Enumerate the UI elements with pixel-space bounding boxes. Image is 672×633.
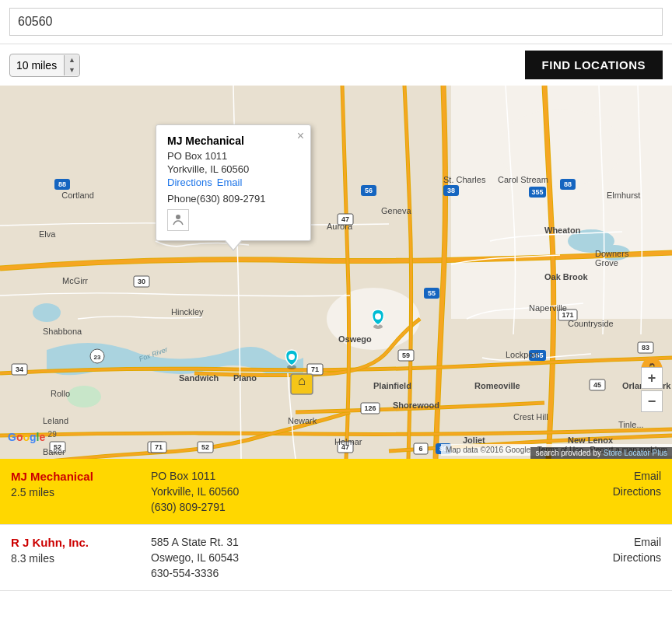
slp-text: search provided by [535,449,601,457]
svg-text:Oak Brook: Oak Brook [544,272,589,282]
zoom-in-button[interactable]: + [641,367,663,389]
svg-text:Oswego: Oswego [338,334,372,344]
svg-point-105 [375,313,381,320]
svg-text:34: 34 [16,365,23,373]
popup-title: MJ Mechanical [167,135,299,147]
map-popup: × MJ Mechanical PO Box 1011 Yorkville, I… [156,124,311,241]
result-directions-link-0[interactable]: Directions [613,485,661,498]
search-bar [0,0,672,44]
result-email-link-0[interactable]: Email [613,470,661,482]
svg-text:71: 71 [311,365,319,373]
svg-text:355: 355 [531,188,543,196]
miles-select-wrap: 5 miles 10 miles 25 miles 50 miles ▲ ▼ [9,54,80,77]
svg-text:Hinckley: Hinckley [171,307,204,316]
popup-address-line1: PO Box 1011 [167,150,299,162]
find-locations-button[interactable]: FIND LOCATIONS [525,51,663,79]
google-branding: Google 29 [8,430,57,443]
svg-point-5 [33,303,61,322]
svg-point-103 [289,354,295,360]
svg-text:71: 71 [155,443,163,451]
svg-text:St. Charles: St. Charles [443,175,486,184]
result-center-0: PO Box 1011 Yorkville, IL 60560 (630) 80… [151,470,613,513]
svg-text:38: 38 [447,187,455,194]
svg-text:56: 56 [365,187,373,194]
result-phone-1: 630-554-3336 [151,567,613,579]
popup-icon-row [167,209,299,231]
miles-increment[interactable]: ▲ [65,55,79,65]
svg-text:45: 45 [593,381,601,389]
svg-text:83: 83 [642,344,649,351]
miles-stepper: ▲ ▼ [64,55,79,75]
miles-decrement[interactable]: ▼ [65,65,79,75]
slp-link[interactable]: Store Locator Plus [604,449,667,457]
svg-point-108 [176,215,180,219]
svg-text:Tinle...: Tinle... [618,420,644,429]
result-address2-0: Yorkville, IL 60560 [151,485,613,498]
svg-text:23: 23 [94,354,101,361]
search-input[interactable] [9,8,663,36]
zoom-controls: + − [641,367,663,412]
popup-links: DirectionsEmail [167,177,299,188]
svg-text:Grove: Grove [595,258,618,268]
popup-email-link[interactable]: Email [217,177,243,188]
result-item: MJ Mechanical 2.5 miles PO Box 1011 York… [0,459,672,525]
popup-directions-link[interactable]: Directions [167,177,212,188]
popup-address-line2: Yorkville, IL 60560 [167,163,299,175]
svg-text:6: 6 [418,445,422,453]
svg-text:30: 30 [138,278,145,285]
result-address1-1: 585 A State Rt. 31 [151,536,613,548]
result-directions-link-1[interactable]: Directions [613,551,661,564]
svg-text:Leland: Leland [43,416,68,425]
svg-text:Baker: Baker [43,447,65,456]
svg-text:Cortland: Cortland [61,191,94,200]
zoom-out-button[interactable]: − [641,390,663,412]
popup-close-button[interactable]: × [297,130,304,142]
svg-text:Romeoville: Romeoville [474,381,520,390]
svg-text:Shabbona: Shabbona [43,327,82,336]
result-name-1: R J Kuhn, Inc. [11,536,151,549]
svg-text:Crest Hill: Crest Hill [513,412,548,421]
result-name-0: MJ Mechanical [11,470,151,483]
svg-text:Elmhurst: Elmhurst [607,191,640,200]
svg-text:Elva: Elva [39,229,56,239]
svg-text:52: 52 [201,443,209,451]
svg-text:McGirr: McGirr [62,276,88,285]
result-left: MJ Mechanical 2.5 miles [11,470,151,498]
svg-text:⌂: ⌂ [298,374,306,387]
svg-text:Aurora: Aurora [327,222,353,231]
google-inset-circle: 29 [48,430,57,439]
svg-text:Sandwich: Sandwich [179,373,219,383]
svg-text:Geneva: Geneva [381,206,411,215]
svg-text:Rollo: Rollo [51,389,70,398]
result-email-link-1[interactable]: Email [613,536,661,548]
svg-text:Countryside: Countryside [568,319,614,328]
svg-text:59: 59 [402,351,410,359]
svg-text:Carol Stream: Carol Stream [498,175,548,184]
result-address1-0: PO Box 1011 [151,470,613,482]
svg-text:Helmar: Helmar [334,437,362,446]
popup-icon-street-view[interactable] [167,209,189,231]
result-address2-1: Oswego, IL 60543 [151,551,613,564]
slp-credit: search provided by Store Locator Plus [530,447,672,459]
svg-text:Shorewood: Shorewood [393,400,439,410]
popup-phone: Phone(630) 809-2791 [167,193,299,205]
controls-row: 5 miles 10 miles 25 miles 50 miles ▲ ▼ F… [0,44,672,86]
result-center-1: 585 A State Rt. 31 Oswego, IL 60543 630-… [151,536,613,579]
svg-text:Lockport: Lockport [506,350,538,359]
map-svg: 88 88 38 88 55 355 355 34 30 23 47 59 52 [0,86,672,459]
svg-point-8 [67,386,101,407]
result-distance-0: 2.5 miles [11,486,151,498]
svg-text:55: 55 [428,289,436,297]
result-left-1: R J Kuhn, Inc. 8.3 miles [11,536,151,565]
svg-text:Naperville: Naperville [529,303,567,313]
svg-text:Newark: Newark [288,416,317,425]
result-distance-1: 8.3 miles [11,552,151,565]
miles-select[interactable]: 5 miles 10 miles 25 miles 50 miles [10,54,64,76]
svg-text:88: 88 [58,180,66,188]
result-phone-0: (630) 809-2791 [151,501,613,513]
map-container: 88 88 38 88 55 355 355 34 30 23 47 59 52 [0,86,672,459]
svg-text:Wheaton: Wheaton [544,226,581,235]
svg-text:Plano: Plano [233,373,257,383]
result-actions-1: Email Directions [613,536,661,567]
result-actions-0: Email Directions [613,470,661,501]
